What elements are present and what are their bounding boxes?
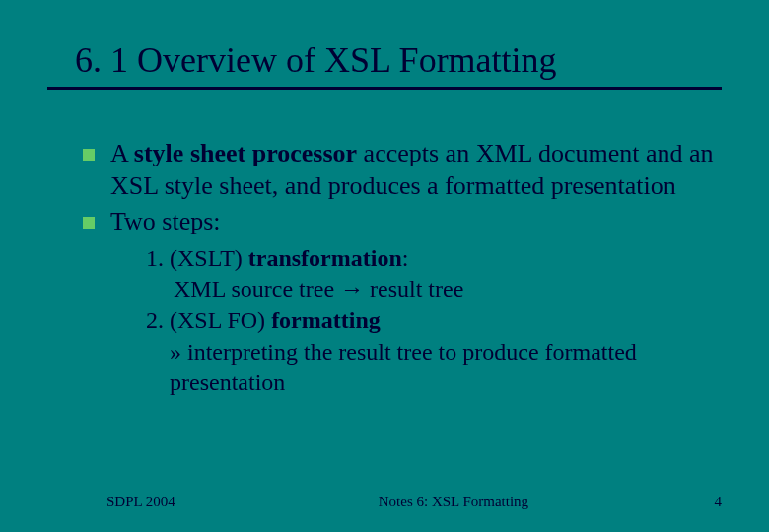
sub-item-indent: » interpreting the result tree to produc… [146,337,714,399]
text-run: XML source tree [174,276,340,301]
sub-item: 1. (XSLT) transformation: [146,243,714,275]
text-run: 1. (XSLT) [146,245,248,271]
text-run: Two steps: [110,207,221,235]
text-bold: transformation [248,245,402,271]
sub-list: 1. (XSLT) transformation: XML source tre… [83,243,714,399]
text-run: result tree [364,276,463,301]
bullet-item: A style sheet processor accepts an XML d… [83,137,714,203]
slide-number: 4 [692,494,722,510]
bullet-text: Two steps: [110,205,221,237]
footer-left: SDPL 2004 [106,494,175,510]
sub-item: 2. (XSL FO) formatting [146,305,714,337]
bullet-text: A style sheet processor accepts an XML d… [110,137,714,203]
arrow-icon: → [340,276,364,301]
text-bold: formatting [271,307,381,333]
text-run: » interpreting the result tree to produc… [170,339,637,396]
footer-center: Notes 6: XSL Formatting [175,494,692,510]
text-run: A [110,139,134,167]
text-run: 2. (XSL FO) [146,307,271,333]
sub-item-indent: XML source tree → result tree [146,274,714,305]
slide-body: A style sheet processor accepts an XML d… [47,137,722,399]
slide: 6. 1 Overview of XSL Formatting A style … [0,0,769,532]
square-bullet-icon [83,217,95,229]
square-bullet-icon [83,149,95,161]
slide-footer: SDPL 2004 Notes 6: XSL Formatting 4 [0,494,769,510]
text-bold: style sheet processor [134,139,357,167]
slide-title: 6. 1 Overview of XSL Formatting [75,39,722,81]
bullet-item: Two steps: [83,205,714,237]
title-underline [47,87,722,90]
text-run: : [402,245,409,271]
